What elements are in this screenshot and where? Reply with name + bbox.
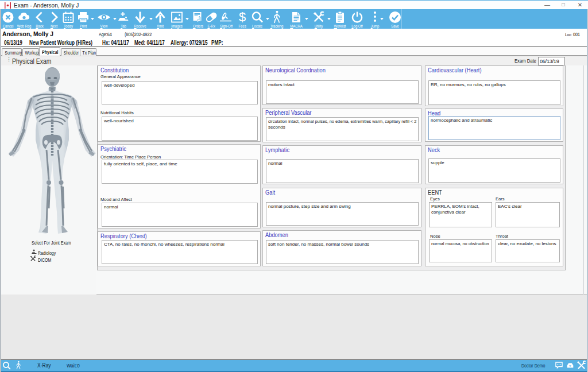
svg-text:$: $ bbox=[239, 10, 246, 24]
